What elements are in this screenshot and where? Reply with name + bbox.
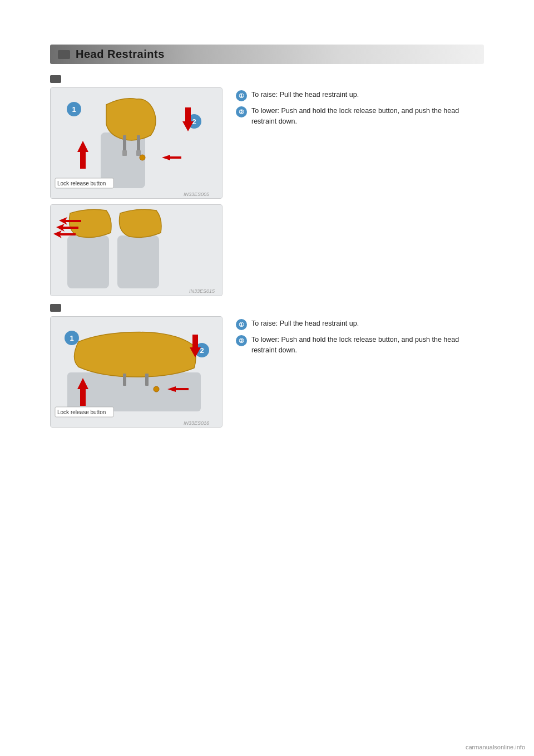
svg-rect-18 (67, 235, 109, 288)
section1-row: 1 2 Lock release button (50, 87, 484, 199)
diagram1-svg: 1 2 Lock release button (51, 88, 222, 199)
diagram1-image: 1 2 Lock release button (50, 87, 222, 199)
section-header: Head Restraints (50, 45, 484, 64)
svg-rect-2 (123, 135, 126, 152)
svg-rect-5 (136, 150, 141, 156)
section2-num1: ① (236, 319, 247, 330)
diagram1-box: 1 2 Lock release button (50, 87, 222, 199)
section2-text1: To raise: Pull the head restraint up. (251, 318, 359, 329)
svg-rect-4 (122, 150, 127, 156)
svg-rect-3 (137, 135, 140, 152)
diagram2-wide: IN33ES015 (50, 204, 484, 296)
svg-text:Lock release button: Lock release button (57, 180, 106, 186)
section1-text2: To lower: Push and hold the lock release… (251, 106, 484, 127)
section1-num2: ② (236, 106, 247, 117)
svg-point-28 (154, 386, 159, 392)
diagram3-box: 1 2 Lock release button (50, 316, 222, 428)
section1-desc: ① To raise: Pull the head restraint up. … (236, 87, 484, 131)
svg-text:1: 1 (70, 334, 73, 342)
svg-rect-26 (123, 374, 126, 386)
section1-item1: ① To raise: Pull the head restraint up. (236, 90, 484, 101)
diagram2-svg: IN33ES015 (51, 205, 222, 296)
svg-rect-25 (67, 372, 201, 411)
diagram2-image: IN33ES015 (50, 204, 222, 296)
content-area: Head Restraints (50, 45, 484, 428)
diagram3-svg: 1 2 Lock release button (51, 317, 222, 428)
section1-label (50, 75, 61, 83)
section2-num2: ② (236, 335, 247, 346)
section2-item1: ① To raise: Pull the head restraint up. (236, 318, 484, 330)
svg-point-6 (140, 155, 145, 160)
svg-text:1: 1 (72, 105, 76, 114)
section-title: Head Restraints (76, 48, 165, 61)
section2-label (50, 304, 61, 312)
diagram3-image: 1 2 Lock release button (50, 316, 222, 428)
section2-desc: ① To raise: Pull the head restraint up. … (236, 316, 484, 360)
section1-num1: ① (236, 90, 247, 101)
svg-text:IN33ES005: IN33ES005 (184, 192, 210, 197)
section2-row: 1 2 Lock release button (50, 316, 484, 428)
svg-text:IN33ES015: IN33ES015 (189, 288, 215, 294)
section2-text2: To lower: Push and hold the lock release… (251, 335, 484, 356)
section2-item2: ② To lower: Push and hold the lock relea… (236, 335, 484, 356)
svg-rect-19 (117, 235, 159, 288)
svg-text:Lock release button: Lock release button (57, 409, 106, 415)
header-icon (58, 50, 70, 59)
page: Head Restraints (0, 0, 534, 756)
svg-text:IN33ES016: IN33ES016 (184, 420, 209, 426)
svg-rect-27 (145, 374, 149, 386)
watermark: carmanualsonline.info (466, 744, 525, 750)
section1-text1: To raise: Pull the head restraint up. (251, 90, 359, 100)
section1-item2: ② To lower: Push and hold the lock relea… (236, 106, 484, 127)
